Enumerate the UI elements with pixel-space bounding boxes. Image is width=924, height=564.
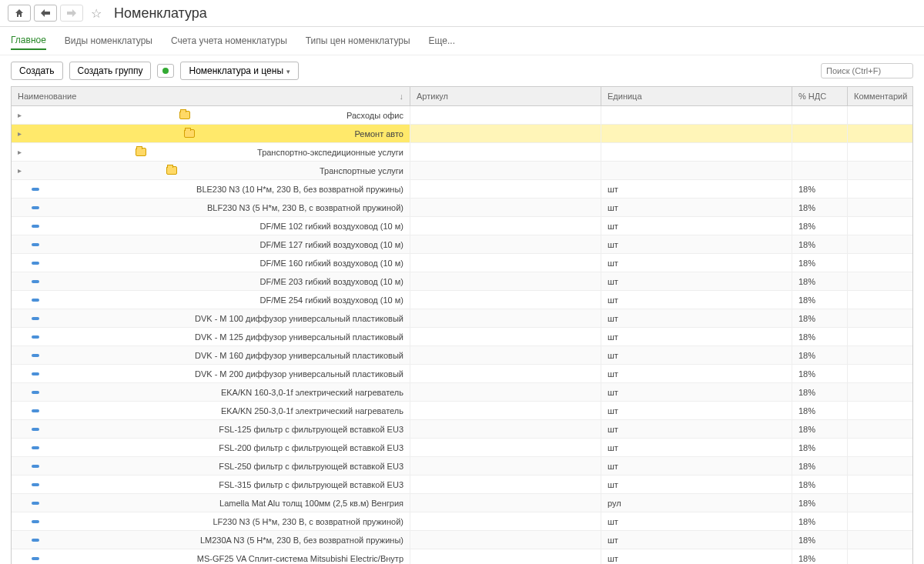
table-row[interactable]: Lamella Mat Alu толщ 100мм (2,5 кв.м) Ве… (12, 494, 912, 512)
cell-unit: шт (601, 180, 792, 198)
row-name-text: FSL-315 фильтр с фильтрующей вставкой EU… (219, 480, 403, 489)
favorite-star-icon[interactable]: ☆ (91, 6, 102, 21)
cell-unit: шт (601, 439, 792, 456)
cell-article (410, 235, 601, 253)
table-row[interactable]: FSL-315 фильтр с фильтрующей вставкой EU… (12, 476, 912, 494)
cell-article (410, 476, 601, 493)
cell-comment (848, 420, 912, 438)
cell-unit: шт (601, 309, 792, 327)
table-row[interactable]: LM230A N3 (5 Н*м, 230 В, без возвратной … (12, 531, 912, 549)
tab-price-types[interactable]: Типы цен номенклатуры (306, 32, 410, 49)
table-row[interactable]: ▸Транспортно-экспедиционные услуги (12, 143, 912, 162)
nom-prices-button[interactable]: Номенклатура и цены▾ (180, 62, 299, 80)
table-row[interactable]: DF/ME 127 гибкий воздуховод (10 м)шт18% (12, 235, 912, 254)
cell-unit: шт (601, 549, 792, 564)
cell-article (410, 143, 601, 161)
row-name-text: DF/ME 203 гибкий воздуховод (10 м) (260, 277, 403, 286)
table-row[interactable]: FSL-125 фильтр с фильтрующей вставкой EU… (12, 420, 912, 439)
table-row[interactable]: DVK - M 100 диффузор универсальный пласт… (12, 309, 912, 328)
cell-unit: шт (601, 199, 792, 216)
table-row[interactable]: BLE230 N3 (10 Н*м, 230 В, без возвратной… (12, 180, 912, 199)
col-comment-header[interactable]: Комментарий (848, 87, 913, 105)
item-icon (32, 317, 39, 320)
table-row[interactable]: DVK - M 160 диффузор универсальный пласт… (12, 346, 912, 365)
cell-comment (848, 402, 912, 419)
cell-vat: 18% (792, 476, 848, 493)
cell-comment (848, 309, 912, 327)
table-row[interactable]: DF/ME 203 гибкий воздуховод (10 м)шт18% (12, 272, 912, 291)
col-unit-header[interactable]: Единица (601, 87, 792, 105)
cell-vat: 18% (792, 309, 848, 327)
cell-name: LF230 N3 (5 Н*м, 230 В, с возвратной пру… (12, 512, 410, 530)
table-row[interactable]: DF/ME 102 гибкий воздуховод (10 м)шт18% (12, 217, 912, 235)
cell-vat: 18% (792, 512, 848, 530)
row-name-text: MS-GF25 VA Сплит-система Mitsubishi Elec… (197, 554, 403, 563)
table-row[interactable]: MS-GF25 VA Сплит-система Mitsubishi Elec… (12, 549, 912, 564)
cell-unit: шт (601, 235, 792, 253)
cell-vat (792, 162, 848, 179)
row-name-text: FSL-125 фильтр с фильтрующей вставкой EU… (219, 425, 403, 434)
col-article-header[interactable]: Артикул (410, 87, 601, 105)
cell-name: FSL-250 фильтр с фильтрующей вставкой EU… (12, 457, 410, 475)
cell-name: DF/ME 254 гибкий воздуховод (10 м) (12, 291, 410, 309)
cell-comment (848, 162, 912, 179)
search-input[interactable] (821, 63, 913, 78)
refresh-button[interactable] (157, 64, 174, 78)
cell-comment (848, 328, 912, 345)
table-row[interactable]: BLF230 N3 (5 Н*м, 230 В, с возвратной пр… (12, 199, 912, 217)
table-row[interactable]: ▸Расходы офис (12, 106, 912, 125)
table-row[interactable]: LF230 N3 (5 Н*м, 230 В, с возвратной пру… (12, 512, 912, 531)
tab-more[interactable]: Еще... (429, 32, 455, 49)
cell-unit: шт (601, 512, 792, 530)
table-row[interactable]: EKA/KN 250-3,0-1f электрический нагреват… (12, 402, 912, 420)
cell-vat: 18% (792, 217, 848, 235)
cell-unit: шт (601, 531, 792, 549)
row-name-text: LM230A N3 (5 Н*м, 230 В, без возвратной … (200, 536, 403, 545)
chevron-down-icon: ▾ (286, 68, 290, 75)
row-name-text: DVK - M 160 диффузор универсальный пласт… (195, 351, 403, 360)
table-row[interactable]: EKA/KN 160-3,0-1f электрический нагреват… (12, 383, 912, 402)
item-icon (32, 520, 39, 523)
cell-unit: шт (601, 383, 792, 401)
cell-unit (601, 143, 792, 161)
cell-unit: шт (601, 402, 792, 419)
cell-name: DVK - M 200 диффузор универсальный пласт… (12, 365, 410, 382)
table-row[interactable]: FSL-200 фильтр с фильтрующей вставкой EU… (12, 439, 912, 457)
expand-icon[interactable]: ▸ (18, 111, 25, 119)
table-row[interactable]: DF/ME 160 гибкий воздуховод (10 м)шт18% (12, 254, 912, 272)
item-icon (32, 557, 39, 560)
cell-name: ▸Расходы офис (12, 106, 410, 124)
cell-vat: 18% (792, 549, 848, 564)
col-vat-header[interactable]: % НДС (792, 87, 848, 105)
table-row[interactable]: ▸Ремонт авто (12, 125, 912, 143)
row-name-text: DVK - M 100 диффузор универсальный пласт… (195, 314, 403, 323)
create-group-button[interactable]: Создать группу (69, 62, 152, 80)
back-button[interactable] (34, 5, 57, 22)
forward-button[interactable] (60, 5, 83, 22)
cell-comment (848, 125, 912, 142)
table-row[interactable]: DVK - M 200 диффузор универсальный пласт… (12, 365, 912, 383)
col-name-header[interactable]: Наименование ↓ (12, 87, 410, 105)
cell-comment (848, 512, 912, 530)
expand-icon[interactable]: ▸ (18, 129, 25, 138)
expand-icon[interactable]: ▸ (18, 166, 25, 175)
tab-types[interactable]: Виды номенклатуры (65, 32, 152, 49)
table-row[interactable]: DF/ME 254 гибкий воздуховод (10 м)шт18% (12, 291, 912, 309)
home-button[interactable] (8, 5, 31, 22)
row-name-text: BLF230 N3 (5 Н*м, 230 В, с возвратной пр… (207, 203, 403, 212)
cell-comment (848, 494, 912, 512)
tab-main[interactable]: Главное (11, 32, 46, 50)
table-row[interactable]: FSL-250 фильтр с фильтрующей вставкой EU… (12, 457, 912, 476)
cell-name: Lamella Mat Alu толщ 100мм (2,5 кв.м) Ве… (12, 494, 410, 512)
cell-unit (601, 125, 792, 142)
cell-unit: шт (601, 476, 792, 493)
table-row[interactable]: ▸Транспортные услуги (12, 162, 912, 180)
create-button[interactable]: Создать (11, 62, 63, 80)
table-row[interactable]: DVK - M 125 диффузор универсальный пласт… (12, 328, 912, 346)
row-name-text: Расходы офис (346, 111, 403, 120)
tab-accounts[interactable]: Счета учета номенклатуры (171, 32, 287, 49)
cell-name: DVK - M 125 диффузор универсальный пласт… (12, 328, 410, 345)
cell-comment (848, 365, 912, 382)
cell-name: ▸Ремонт авто (12, 125, 410, 142)
expand-icon[interactable]: ▸ (18, 148, 25, 156)
